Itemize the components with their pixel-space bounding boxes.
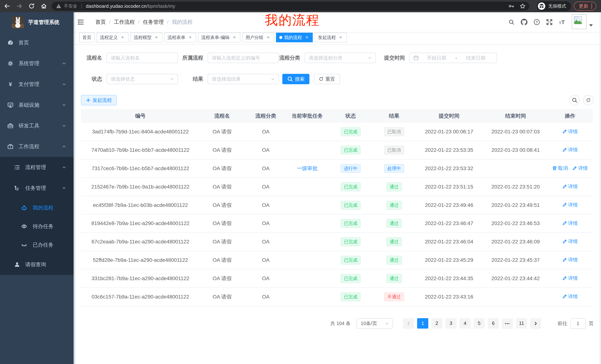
- sidebar-item-首页[interactable]: 首页: [0, 32, 74, 53]
- sidebar-item-label: 任务管理: [25, 185, 46, 192]
- filter-status-select[interactable]: 请选择状态: [107, 74, 178, 84]
- incognito-badge: 无痕模式: [537, 1, 571, 11]
- breadcrumb-item[interactable]: 首页: [95, 19, 106, 26]
- detail-link[interactable]: 详情: [562, 128, 578, 135]
- sidebar-logo[interactable]: 芋道管理系统: [0, 12, 74, 32]
- fullscreen-icon[interactable]: [546, 19, 553, 25]
- detail-link[interactable]: 详情: [562, 257, 578, 263]
- refresh-table-button[interactable]: [583, 95, 594, 105]
- font-size-icon[interactable]: TT: [559, 19, 565, 25]
- search-button[interactable]: 搜索: [282, 74, 310, 84]
- tab-close-icon[interactable]: ×: [154, 35, 159, 40]
- detail-link[interactable]: 详情: [562, 183, 578, 190]
- cell-result: 已取消: [374, 127, 414, 136]
- sidebar-item-流程管理[interactable]: 流程管理: [0, 157, 74, 178]
- browser-update-button[interactable]: 更新: [574, 2, 596, 10]
- tab-close-icon[interactable]: ×: [304, 35, 310, 40]
- create-process-button[interactable]: 发起流程: [81, 95, 117, 105]
- detail-link[interactable]: 详情: [562, 293, 578, 300]
- tab-首页[interactable]: 首页: [79, 33, 95, 42]
- cell-submit-time: 2022-01-22 23:45:29: [414, 257, 484, 263]
- sidebar-item-请假查询[interactable]: 请假查询: [0, 254, 74, 275]
- password-key-icon[interactable]: [509, 3, 514, 9]
- avatar-caret-icon[interactable]: [589, 24, 593, 27]
- tab-流程表单-编辑[interactable]: 流程表单-编辑×: [198, 33, 240, 42]
- page-size-select[interactable]: 10条/页: [357, 318, 393, 329]
- tab-close-icon[interactable]: ×: [266, 35, 271, 40]
- tab-close-icon[interactable]: ×: [188, 35, 193, 40]
- page-button-6[interactable]: 6: [488, 318, 499, 329]
- tab-我的流程[interactable]: 我的流程×: [276, 33, 313, 42]
- sidebar-item-基础设施[interactable]: 基础设施: [0, 95, 74, 115]
- cell-category: OA: [244, 220, 287, 226]
- sidebar-collapse-icon[interactable]: [77, 19, 84, 25]
- page-button-2[interactable]: 2: [431, 318, 442, 329]
- browser-home-icon[interactable]: [40, 3, 47, 10]
- tab-用户分组[interactable]: 用户分组×: [242, 33, 274, 42]
- detail-link[interactable]: 详情: [562, 147, 578, 153]
- page-ellipsis[interactable]: •••: [502, 318, 513, 329]
- breadcrumb-item[interactable]: 任务管理: [143, 19, 164, 26]
- sidebar-item-系统管理[interactable]: 系统管理: [0, 53, 74, 74]
- status-tag: 已完成: [341, 274, 361, 283]
- browser-forward-icon[interactable]: [16, 3, 23, 10]
- filter-category-select[interactable]: 请选择流程分类: [305, 53, 376, 63]
- tab-close-icon[interactable]: ×: [120, 35, 125, 40]
- tab-流程表单[interactable]: 流程表单×: [164, 33, 196, 42]
- sidebar-item-我的流程[interactable]: 我的流程: [0, 199, 74, 217]
- column-header-流程分类: 流程分类: [244, 112, 287, 119]
- tab-close-icon[interactable]: ×: [338, 35, 343, 40]
- page-button-4[interactable]: 4: [460, 318, 471, 329]
- browser-back-icon[interactable]: [4, 3, 10, 10]
- detail-link[interactable]: 详情: [562, 220, 578, 227]
- help-icon[interactable]: ?: [533, 19, 540, 25]
- browser-menu-icon[interactable]: [591, 3, 592, 9]
- filter-name-input[interactable]: [107, 53, 178, 63]
- jump-page-input[interactable]: 1: [570, 318, 586, 329]
- filter-result-select[interactable]: 请选择流结果: [208, 74, 279, 84]
- filter-process-input[interactable]: [208, 53, 279, 63]
- browser-reload-icon[interactable]: [28, 3, 35, 10]
- filter-time-range[interactable]: 开始日期 - 结束日期: [409, 53, 497, 63]
- page-button-3[interactable]: 3: [445, 318, 457, 329]
- scrollbar[interactable]: [600, 12, 601, 364]
- sidebar-item-待办任务[interactable]: 待办任务: [0, 217, 74, 236]
- gear-icon: [7, 60, 13, 67]
- bookmark-star-icon[interactable]: [520, 3, 526, 9]
- tab-发起流程[interactable]: 发起流程×: [315, 33, 347, 42]
- cancel-link[interactable]: 取消: [552, 165, 568, 172]
- detail-link[interactable]: 详情: [562, 202, 578, 208]
- page-button-5[interactable]: 5: [474, 318, 485, 329]
- reset-button[interactable]: 重置: [314, 74, 340, 84]
- tab-close-icon[interactable]: ×: [232, 35, 237, 40]
- page-button-11[interactable]: 11: [516, 318, 527, 329]
- pagination-total: 共 104 条: [330, 320, 351, 327]
- cell-status: 已完成: [327, 274, 374, 283]
- jump-unit: 页: [589, 320, 594, 327]
- next-page-button[interactable]: [530, 318, 541, 329]
- detail-link[interactable]: 详情: [572, 165, 588, 172]
- sidebar-item-工作流程[interactable]: 工作流程: [0, 136, 74, 157]
- tab-流程模型[interactable]: 流程模型×: [130, 33, 162, 42]
- url-text[interactable]: dashboard.yudao.iocoder.cn/bpm/task/my: [86, 3, 503, 9]
- status-tag: 已完成: [341, 219, 361, 228]
- address-bar[interactable]: 不安全 dashboard.yudao.iocoder.cn/bpm/task/…: [52, 2, 529, 10]
- detail-link[interactable]: 详情: [562, 238, 578, 245]
- avatar[interactable]: [572, 14, 587, 29]
- page-button-1[interactable]: 1: [417, 318, 428, 329]
- prev-page-button[interactable]: [403, 318, 414, 329]
- sidebar-item-已办任务[interactable]: 已办任务: [0, 236, 74, 254]
- table-row: 331bc281-7b9a-11ec-a290-acde48001122OA 请…: [81, 269, 593, 288]
- pagination: 共 104 条 10条/页 123456•••11 前往 1 页: [81, 318, 594, 329]
- toggle-search-button[interactable]: [570, 95, 580, 105]
- tab-流程定义[interactable]: 流程定义×: [97, 33, 129, 42]
- detail-link[interactable]: 详情: [562, 275, 578, 281]
- cell-result: 处理中: [374, 164, 414, 173]
- breadcrumb-item[interactable]: 工作流程: [114, 19, 135, 26]
- sidebar-item-支付管理[interactable]: ¥支付管理: [0, 74, 74, 95]
- header-search-icon[interactable]: [508, 19, 515, 25]
- github-icon[interactable]: [521, 19, 527, 25]
- sidebar-item-任务管理[interactable]: 任务管理: [0, 178, 74, 199]
- sidebar-item-研发工具[interactable]: 研发工具: [0, 115, 74, 136]
- task-link[interactable]: 一级审批: [297, 165, 318, 172]
